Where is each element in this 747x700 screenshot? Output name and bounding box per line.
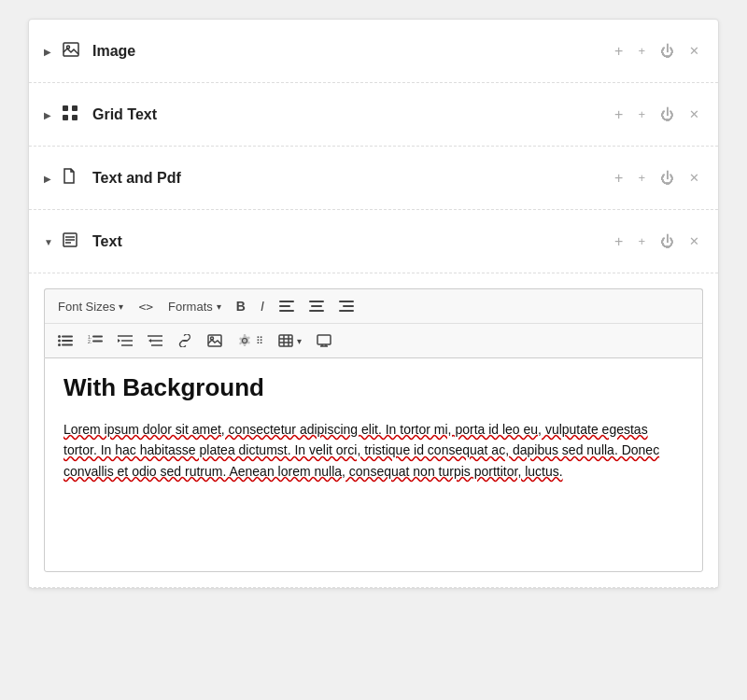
add-double-icon[interactable]: + bbox=[634, 105, 649, 123]
row-grid-text-label: Grid Text bbox=[92, 106, 611, 123]
content-panel: Image + + ⏻ ✕ Grid Text + + ⏻ ✕ bbox=[28, 19, 719, 589]
power-icon[interactable]: ⏻ bbox=[656, 168, 678, 188]
row-text-and-pdf-actions: + + ⏻ ✕ bbox=[611, 168, 703, 189]
svg-rect-15 bbox=[309, 310, 324, 312]
row-grid-text-actions: + + ⏻ ✕ bbox=[611, 105, 703, 125]
svg-point-23 bbox=[58, 343, 61, 346]
svg-rect-18 bbox=[339, 310, 354, 312]
row-text-and-pdf-label: Text and Pdf bbox=[92, 170, 611, 187]
toolbar-row-2: 1. 2. bbox=[45, 324, 702, 357]
body-text-content: Lorem ipsum dolor sit amet, consectetur … bbox=[63, 422, 659, 479]
svg-text:2.: 2. bbox=[88, 339, 92, 344]
svg-point-21 bbox=[58, 340, 61, 343]
toggle-image[interactable] bbox=[44, 45, 63, 58]
close-icon[interactable]: ✕ bbox=[685, 169, 703, 187]
toggle-text-and-pdf[interactable] bbox=[44, 172, 63, 185]
editor-heading: With Background bbox=[63, 373, 684, 402]
row-text-label: Text bbox=[92, 233, 611, 250]
svg-rect-13 bbox=[309, 301, 324, 302]
add-single-icon[interactable]: + bbox=[611, 41, 627, 62]
add-single-icon[interactable]: + bbox=[611, 105, 627, 125]
chevron-right-icon bbox=[44, 108, 51, 121]
unordered-list-button[interactable] bbox=[52, 330, 78, 351]
editor-body-text[interactable]: Lorem ipsum dolor sit amet, consectetur … bbox=[63, 419, 684, 482]
svg-rect-42 bbox=[317, 335, 331, 344]
add-double-icon[interactable]: + bbox=[634, 169, 649, 187]
svg-point-19 bbox=[58, 335, 61, 338]
close-icon[interactable]: ✕ bbox=[685, 105, 703, 123]
row-image-label: Image bbox=[92, 43, 611, 60]
align-left-button[interactable] bbox=[274, 296, 300, 316]
settings-extra-dots: ⠿ bbox=[256, 335, 263, 347]
close-icon[interactable]: ✕ bbox=[685, 42, 703, 60]
add-double-icon[interactable]: + bbox=[634, 42, 649, 60]
indent-decrease-button[interactable] bbox=[142, 330, 168, 351]
editor-body[interactable]: With Background Lorem ipsum dolor sit am… bbox=[44, 357, 703, 572]
indent-increase-button[interactable] bbox=[112, 330, 138, 351]
svg-rect-20 bbox=[62, 336, 73, 338]
power-icon[interactable]: ⏻ bbox=[656, 105, 678, 124]
row-text: Text + + ⏻ ✕ bbox=[29, 210, 718, 273]
formats-button[interactable]: Formats ▾ bbox=[162, 296, 227, 317]
svg-rect-28 bbox=[92, 341, 103, 343]
add-double-icon[interactable]: + bbox=[634, 232, 649, 250]
toggle-text[interactable] bbox=[44, 235, 63, 248]
svg-rect-2 bbox=[63, 105, 68, 111]
chevron-down-icon bbox=[44, 235, 53, 248]
svg-rect-12 bbox=[279, 310, 294, 312]
font-sizes-label: Font Sizes bbox=[58, 300, 115, 314]
link-button[interactable] bbox=[172, 330, 198, 351]
svg-rect-37 bbox=[279, 335, 292, 346]
add-single-icon[interactable]: + bbox=[611, 231, 627, 252]
code-button[interactable]: <> bbox=[133, 296, 159, 317]
svg-rect-10 bbox=[279, 301, 294, 302]
row-grid-text: Grid Text + + ⏻ ✕ bbox=[29, 83, 718, 147]
expanded-editor: Font Sizes ▾ <> Formats ▾ B I bbox=[29, 273, 718, 588]
formats-dropdown-icon: ▾ bbox=[217, 301, 221, 312]
svg-rect-11 bbox=[279, 305, 290, 307]
svg-rect-5 bbox=[72, 115, 78, 120]
row-text-actions: + + ⏻ ✕ bbox=[611, 231, 703, 252]
font-sizes-button[interactable]: Font Sizes ▾ bbox=[52, 296, 129, 317]
align-right-button[interactable] bbox=[333, 296, 359, 316]
svg-rect-22 bbox=[62, 340, 73, 342]
svg-rect-16 bbox=[339, 301, 354, 302]
editor-toolbar: Font Sizes ▾ <> Formats ▾ B I bbox=[44, 288, 703, 357]
bold-button[interactable]: B bbox=[231, 295, 251, 317]
svg-rect-4 bbox=[63, 115, 68, 120]
doc-icon bbox=[63, 168, 85, 188]
monitor-button[interactable] bbox=[311, 330, 337, 351]
power-icon[interactable]: ⏻ bbox=[656, 41, 678, 61]
row-image: Image + + ⏻ ✕ bbox=[29, 20, 718, 83]
image-icon bbox=[63, 42, 85, 61]
align-center-button[interactable] bbox=[303, 296, 330, 316]
svg-rect-3 bbox=[72, 105, 78, 111]
row-image-actions: + + ⏻ ✕ bbox=[611, 41, 703, 62]
add-single-icon[interactable]: + bbox=[611, 168, 627, 189]
insert-image-button[interactable] bbox=[202, 330, 228, 351]
toolbar-row-1: Font Sizes ▾ <> Formats ▾ B I bbox=[45, 289, 702, 324]
chevron-right-icon bbox=[44, 45, 51, 58]
row-text-and-pdf: Text and Pdf + + ⏻ ✕ bbox=[29, 147, 718, 210]
font-sizes-dropdown-icon: ▾ bbox=[119, 301, 123, 312]
settings-button[interactable]: ⠿ bbox=[232, 329, 269, 352]
power-icon[interactable]: ⏻ bbox=[656, 231, 678, 251]
toggle-grid-text[interactable] bbox=[44, 108, 63, 121]
formats-label: Formats bbox=[168, 300, 213, 314]
svg-rect-14 bbox=[311, 305, 322, 307]
italic-button[interactable]: I bbox=[255, 295, 270, 317]
table-dropdown-icon: ▾ bbox=[297, 336, 302, 346]
svg-rect-17 bbox=[343, 305, 354, 307]
grid-icon bbox=[63, 105, 85, 124]
chevron-right-icon bbox=[44, 172, 51, 185]
svg-rect-24 bbox=[62, 344, 73, 346]
svg-rect-26 bbox=[92, 336, 103, 338]
ordered-list-button[interactable]: 1. 2. bbox=[82, 330, 108, 351]
table-button[interactable]: ▾ bbox=[273, 330, 307, 351]
text-block-icon bbox=[63, 232, 85, 251]
close-icon[interactable]: ✕ bbox=[685, 232, 703, 250]
